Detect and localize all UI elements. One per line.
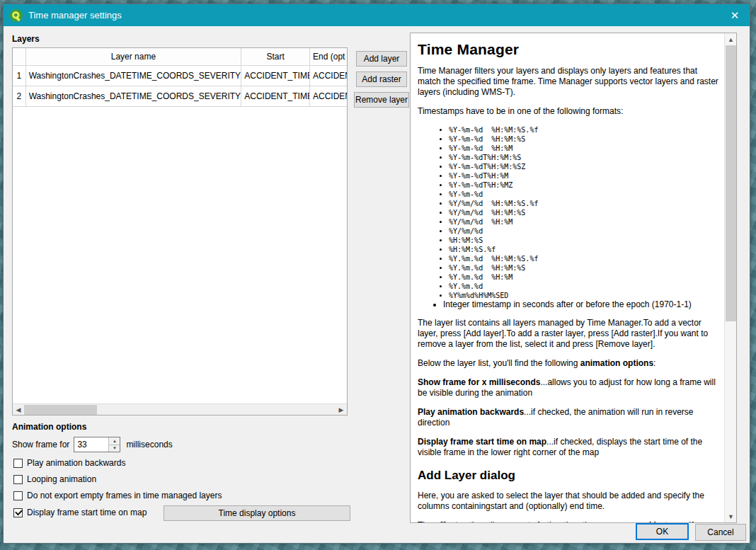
remove-layer-button[interactable]: Remove layer	[354, 92, 409, 108]
col-header-layer-name[interactable]: Layer name	[25, 48, 241, 65]
formats-list: %Y-%m-%d %H:%M:%S.%f%Y-%m-%d %H:%M:%S%Y-…	[449, 125, 720, 309]
display-frame-time-checkbox[interactable]	[13, 508, 23, 517]
checkbox-label: Play animation backwards	[27, 458, 125, 468]
format-item: %Y/%m/%d	[449, 227, 720, 236]
end-cell[interactable]: ACCIDENT	[310, 86, 347, 106]
show-frame-label: Show frame for	[12, 440, 69, 449]
format-item: %H:%M:%S.%f	[449, 245, 720, 254]
format-item: %Y/%m/%d %H:%M	[449, 217, 720, 227]
row-number-header	[13, 48, 25, 65]
end-cell[interactable]: ACCIDENT	[310, 65, 347, 86]
layer-name-cell[interactable]: WashingtonCrashes_DATETIME_COORDS_SEVERI…	[25, 86, 241, 106]
show-frame-paragraph: Show frame for x milliseconds...allows y…	[418, 377, 720, 399]
display-time-paragraph: Display frame start time on map...if che…	[418, 437, 720, 458]
offset-paragraph: The offset option allows you to further …	[418, 520, 720, 523]
col-header-end[interactable]: End (opt	[310, 48, 347, 65]
layer-list-paragraph: The layer list contains all layers manag…	[418, 318, 720, 350]
help-panel: Time Manager Time Manager filters your l…	[410, 33, 737, 523]
below-paragraph: Below the layer list, you'll find the fo…	[418, 358, 720, 369]
table-horizontal-scrollbar[interactable]: ◀ ▶	[13, 403, 347, 415]
start-cell[interactable]: ACCIDENT_TIME	[241, 65, 310, 86]
scroll-up-icon[interactable]: ▲	[725, 33, 737, 45]
start-cell[interactable]: ACCIDENT_TIME	[241, 86, 310, 106]
time-manager-settings-dialog: Time manager settings ✕ Layers Layer nam…	[3, 4, 750, 544]
frame-duration-spinner[interactable]: ▲ ▼	[74, 437, 120, 452]
checkbox-label: Do not export empty frames in time manag…	[27, 491, 222, 500]
format-item: Integer timestamp in seconds after or be…	[443, 300, 720, 309]
scroll-right-icon[interactable]: ▶	[336, 404, 347, 416]
format-item: %Y-%m-%d %H:%M:%S.%f	[449, 125, 720, 134]
window-title: Time manager settings	[28, 10, 122, 21]
format-item: %Y-%m-%d %H:%M	[449, 144, 720, 153]
vscroll-thumb[interactable]	[726, 45, 736, 321]
layer-table[interactable]: Layer name Start End (opt 1 WashingtonCr…	[12, 47, 348, 416]
scroll-down-icon[interactable]: ▼	[725, 510, 737, 522]
milliseconds-label: milliseconds	[126, 440, 172, 449]
help-title: Time Manager	[418, 40, 720, 59]
format-item: %Y-%m-%dT%H:%M:%SZ	[449, 162, 720, 171]
cancel-button[interactable]: Cancel	[695, 524, 746, 541]
add-layer-paragraph: Here, you are asked to select the layer …	[418, 491, 720, 512]
close-icon[interactable]: ✕	[720, 4, 750, 26]
hscroll-thumb[interactable]	[24, 405, 97, 415]
layers-section-label: Layers	[12, 34, 40, 44]
checkbox-no-empty-frames[interactable]: Do not export empty frames in time manag…	[12, 491, 222, 500]
looping-checkbox[interactable]	[13, 475, 23, 484]
animation-options-label: Animation options	[12, 422, 86, 432]
format-item: %Y-%m-%d %H:%M:%S	[449, 134, 720, 144]
format-item: %Y-%m-%dT%H:%M	[449, 171, 720, 181]
play-backwards-checkbox[interactable]	[13, 459, 23, 468]
play-backwards-paragraph: Play animation backwards...if checked, t…	[418, 407, 720, 428]
layer-name-cell[interactable]: WashingtonCrashes_DATETIME_COORDS_SEVERI…	[25, 65, 241, 86]
col-header-start[interactable]: Start	[241, 48, 310, 65]
format-item: %Y-%m-%d	[449, 190, 720, 199]
titlebar[interactable]: Time manager settings ✕	[4, 4, 750, 26]
spin-up-icon[interactable]: ▲	[109, 437, 120, 445]
formats-intro: Timestamps have to be in one of the foll…	[418, 106, 720, 117]
frame-duration-input[interactable]	[74, 437, 108, 452]
row-number: 1	[13, 65, 25, 86]
checkbox-label: Display frame start time on map	[27, 508, 147, 517]
checkbox-label: Looping animation	[27, 474, 96, 484]
map-canvas-background: Time manager settings ✕ Layers Layer nam…	[0, 0, 756, 550]
format-item: %H:%M:%S	[449, 236, 720, 245]
format-item: %Y/%m/%d %H:%M:%S.%f	[449, 199, 720, 208]
format-item: %Y-%m-%dT%H:%M:%S	[449, 153, 720, 162]
format-item: %Y.%m.%d %H:%M:%S	[449, 263, 720, 273]
format-item: %Y.%m.%d %H:%M	[449, 273, 720, 282]
qgis-logo-icon	[10, 9, 23, 22]
table-row[interactable]: 2 WashingtonCrashes_DATETIME_COORDS_SEVE…	[13, 86, 347, 106]
scroll-left-icon[interactable]: ◀	[13, 404, 24, 416]
table-header-row: Layer name Start End (opt	[13, 48, 347, 65]
checkbox-play-backwards[interactable]: Play animation backwards	[12, 458, 125, 468]
show-frame-row: Show frame for ▲ ▼ milliseconds	[12, 437, 173, 452]
format-item: %Y.%m.%d %H:%M:%S.%f	[449, 254, 720, 263]
ok-button[interactable]: OK	[636, 523, 689, 540]
help-vertical-scrollbar[interactable]: ▲ ▼	[724, 33, 736, 522]
help-intro: Time Manager filters your layers and dis…	[418, 66, 720, 98]
add-layer-dialog-title: Add Layer dialog	[418, 468, 720, 483]
time-display-options-button[interactable]: Time display options	[164, 505, 350, 521]
spin-down-icon[interactable]: ▼	[109, 445, 120, 452]
add-raster-button[interactable]: Add raster	[356, 71, 407, 87]
format-item: %Y.%m.%d	[449, 282, 720, 291]
help-content: Time Manager Time Manager filters your l…	[411, 33, 724, 522]
table-row[interactable]: 1 WashingtonCrashes_DATETIME_COORDS_SEVE…	[13, 65, 347, 86]
row-number: 2	[13, 86, 25, 106]
checkbox-looping[interactable]: Looping animation	[12, 474, 96, 484]
format-item: %Y-%m-%dT%H:%MZ	[449, 181, 720, 190]
checkbox-display-frame-time[interactable]: Display frame start time on map	[12, 508, 147, 517]
no-empty-frames-checkbox[interactable]	[13, 491, 23, 500]
format-item: %Y/%m/%d %H:%M:%S	[449, 208, 720, 217]
add-layer-button[interactable]: Add layer	[356, 51, 407, 67]
